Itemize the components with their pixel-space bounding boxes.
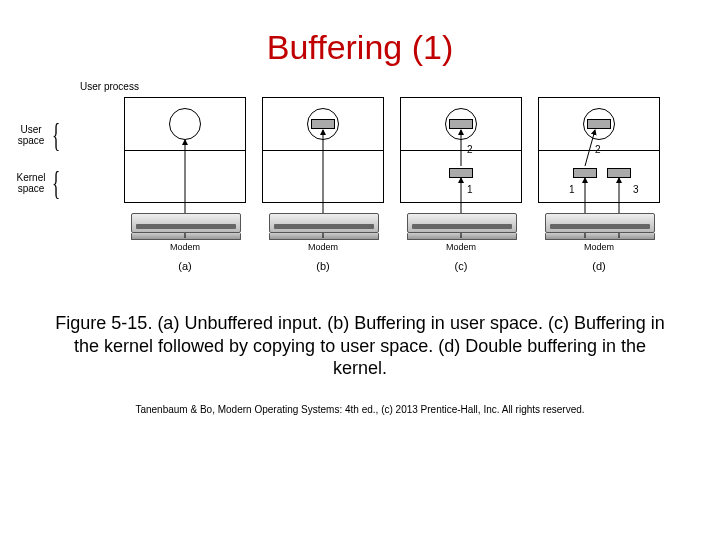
process-circle — [169, 108, 201, 140]
modem-device: Modem — [545, 213, 653, 252]
panel-sub-c: (c) — [455, 260, 468, 272]
kernel-buffer — [449, 168, 473, 178]
kernel-buffer-2 — [607, 168, 631, 178]
figure-area: User process User space { Kernel space {… — [0, 97, 720, 272]
slide-title: Buffering (1) — [0, 28, 720, 67]
panel-sub-b: (b) — [316, 260, 329, 272]
figure-caption: Figure 5-15. (a) Unbuffered input. (b) B… — [50, 312, 670, 380]
panel-c: 1 2 Modem (c) — [401, 97, 521, 272]
panel-a: Modem (a) — [125, 97, 245, 272]
panel-d: 1 2 3 Modem (d) — [539, 97, 659, 272]
modem-label: Modem — [131, 242, 239, 252]
user-buffer — [587, 119, 611, 129]
arrow-num-3: 3 — [633, 184, 639, 195]
user-buffer — [449, 119, 473, 129]
modem-device: Modem — [269, 213, 377, 252]
kernel-buffer-1 — [573, 168, 597, 178]
kernel-space-label: Kernel space — [14, 172, 48, 194]
process-circle — [583, 108, 615, 140]
arrow-num-1: 1 — [467, 184, 473, 195]
modem-label: Modem — [545, 242, 653, 252]
process-circle — [307, 108, 339, 140]
user-process-label: User process — [80, 81, 139, 92]
brace-icon: { — [52, 121, 60, 148]
modem-label: Modem — [269, 242, 377, 252]
modem-device: Modem — [131, 213, 239, 252]
arrow-num-2: 2 — [595, 144, 601, 155]
arrow-num-1: 1 — [569, 184, 575, 195]
modem-label: Modem — [407, 242, 515, 252]
process-circle — [445, 108, 477, 140]
panel-sub-d: (d) — [592, 260, 605, 272]
user-buffer — [311, 119, 335, 129]
user-space-label: User space — [14, 124, 48, 146]
panel-sub-a: (a) — [178, 260, 191, 272]
space-labels: User space { Kernel space { — [14, 111, 64, 207]
modem-device: Modem — [407, 213, 515, 252]
panel-b: Modem (b) — [263, 97, 383, 272]
brace-icon: { — [52, 169, 60, 196]
credit-line: Tanenbaum & Bo, Modern Operating Systems… — [0, 404, 720, 415]
arrow-num-2: 2 — [467, 144, 473, 155]
